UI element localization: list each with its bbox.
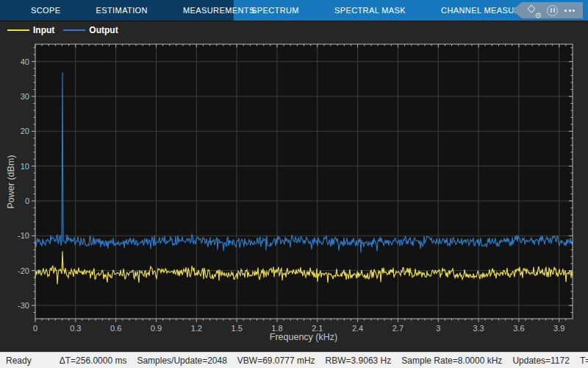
tab-scope[interactable]: SCOPE <box>13 0 79 21</box>
status-samples-per-update: Samples/Update=2048 <box>137 355 226 366</box>
input-line-swatch <box>7 29 29 32</box>
svg-text:1.2: 1.2 <box>191 324 202 333</box>
gear-icon: ⚙ <box>534 12 542 20</box>
legend: Input Output <box>0 21 588 39</box>
svg-text:20: 20 <box>21 127 29 135</box>
svg-text:-30: -30 <box>18 301 29 310</box>
svg-text:30: 30 <box>21 92 29 101</box>
legend-item-input[interactable]: Input <box>7 25 54 35</box>
svg-text:0: 0 <box>25 197 29 205</box>
status-time: T=299.9040 <box>580 355 588 366</box>
svg-text:3.6: 3.6 <box>513 324 524 333</box>
status-rbw: RBW=3.9063 Hz <box>326 355 392 366</box>
toolstrip-tabbar: SPECTRUM SPECTRAL MASK CHANNEL MEASUREME… <box>0 0 588 21</box>
toolstrip-active-section: SPECTRUM SPECTRAL MASK CHANNEL MEASUREME… <box>234 0 588 21</box>
y-axis-label: Power (dBm) <box>6 155 16 209</box>
tab-spectral-mask[interactable]: SPECTRAL MASK <box>317 0 423 21</box>
spectrum-plot-panel: 00.30.60.91.21.51.82.12.42.733.33.63.940… <box>0 39 588 352</box>
svg-text:0.9: 0.9 <box>151 324 162 333</box>
svg-text:0: 0 <box>33 324 37 333</box>
legend-item-output[interactable]: Output <box>63 25 118 35</box>
gear-badge-icon[interactable]: ⚙ <box>526 4 540 17</box>
tab-estimation[interactable]: ESTIMATION <box>79 0 165 21</box>
status-updates: Updates=1172 <box>512 355 570 366</box>
toolstrip-collapsed-banner: ⚙ <box>512 2 583 18</box>
ellipsis-icon[interactable] <box>564 10 575 12</box>
status-vbw: VBW=69.0777 mHz <box>237 355 315 366</box>
svg-text:0.3: 0.3 <box>70 324 81 333</box>
svg-text:40: 40 <box>21 57 29 66</box>
svg-text:-10: -10 <box>18 231 29 240</box>
status-delta-t: ΔT=256.0000 ms <box>60 355 127 366</box>
svg-text:3.9: 3.9 <box>553 324 564 333</box>
legend-label-input: Input <box>33 25 54 35</box>
status-sample-rate: Sample Rate=8.0000 kHz <box>401 355 502 366</box>
svg-text:10: 10 <box>21 162 29 171</box>
status-ready: Ready <box>6 355 32 366</box>
svg-text:3: 3 <box>436 324 440 333</box>
toolstrip-inactive-section: SCOPE ESTIMATION MEASUREMENTS <box>0 0 273 21</box>
spectrum-plot[interactable]: 00.30.60.91.21.51.82.12.42.733.33.63.940… <box>0 39 588 352</box>
x-axis-label: Frequency (kHz) <box>270 332 337 342</box>
svg-text:0.6: 0.6 <box>110 324 121 333</box>
svg-text:3.3: 3.3 <box>473 324 484 333</box>
legend-label-output: Output <box>89 25 118 35</box>
svg-text:-20: -20 <box>18 266 29 275</box>
svg-text:2.7: 2.7 <box>392 324 404 333</box>
output-line-swatch <box>63 29 85 32</box>
status-bar: Ready ΔT=256.0000 ms Samples/Update=2048… <box>0 352 588 368</box>
tab-measurements[interactable]: MEASUREMENTS <box>165 0 273 21</box>
svg-text:1.5: 1.5 <box>231 324 242 333</box>
pause-icon[interactable] <box>547 5 558 16</box>
svg-text:2.4: 2.4 <box>352 324 363 333</box>
